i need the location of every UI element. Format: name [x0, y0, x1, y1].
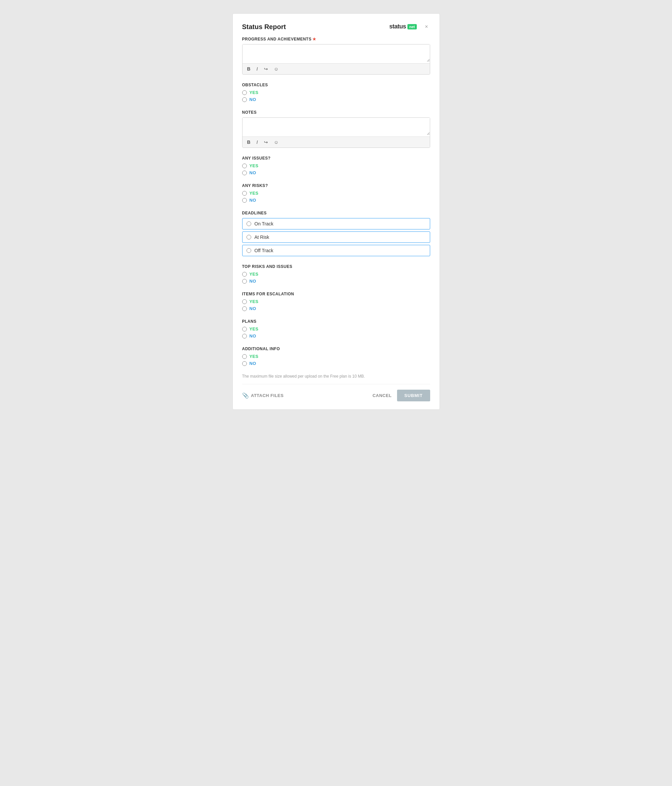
additional-info-no-radio[interactable] — [242, 361, 247, 366]
modal-header: Status Report status net × — [242, 23, 430, 31]
top-risks-no-text: NO — [250, 278, 256, 284]
obstacles-no-text: NO — [250, 97, 256, 102]
any-risks-no-radio[interactable] — [242, 198, 247, 203]
any-issues-yes-label[interactable]: YES — [242, 163, 430, 168]
attach-label: ATTACH FILES — [251, 393, 284, 398]
any-issues-yes-radio[interactable] — [242, 163, 247, 168]
deadline-off-track-radio[interactable] — [247, 248, 251, 253]
progress-emoji-btn[interactable]: ☺ — [272, 66, 280, 72]
escalation-yes-label[interactable]: YES — [242, 299, 430, 304]
modal-title: Status Report — [242, 23, 286, 31]
top-risks-no-radio[interactable] — [242, 279, 247, 284]
deadline-at-risk-label[interactable]: At Risk — [242, 231, 430, 243]
plans-radio-group: YES NO — [242, 327, 430, 338]
deadline-off-track-label[interactable]: Off Track — [242, 245, 430, 256]
progress-link-btn[interactable]: ↪ — [263, 66, 269, 72]
modal-title-block: Status Report — [242, 23, 286, 31]
progress-textarea[interactable] — [242, 44, 430, 62]
escalation-label: ITEMS FOR ESCALATION — [242, 292, 430, 296]
plans-label: PLANS — [242, 319, 430, 324]
additional-info-yes-radio[interactable] — [242, 354, 247, 359]
additional-info-radio-group: YES NO — [242, 354, 430, 366]
escalation-no-radio[interactable] — [242, 307, 247, 311]
any-issues-no-label[interactable]: NO — [242, 170, 430, 175]
obstacles-no-label[interactable]: NO — [242, 97, 430, 102]
notes-rich-text: B I ↪ ☺ — [242, 117, 430, 148]
obstacles-section: OBSTACLES YES NO — [242, 83, 430, 102]
top-risks-no-label[interactable]: NO — [242, 278, 430, 284]
plans-no-radio[interactable] — [242, 334, 247, 338]
escalation-yes-radio[interactable] — [242, 299, 247, 304]
any-risks-yes-label[interactable]: YES — [242, 191, 430, 196]
progress-italic-btn[interactable]: I — [255, 66, 259, 72]
deadline-on-track-label[interactable]: On Track — [242, 218, 430, 230]
any-risks-yes-text: YES — [250, 191, 258, 196]
additional-info-yes-label[interactable]: YES — [242, 354, 430, 359]
any-issues-no-text: NO — [250, 170, 256, 175]
notes-emoji-btn[interactable]: ☺ — [272, 139, 280, 146]
additional-info-no-text: NO — [250, 361, 256, 366]
obstacles-yes-text: YES — [250, 90, 258, 95]
notes-textarea[interactable] — [242, 118, 430, 135]
close-button[interactable]: × — [423, 24, 430, 30]
additional-info-no-label[interactable]: NO — [242, 361, 430, 366]
deadline-at-risk-text: At Risk — [255, 234, 269, 240]
file-size-info: The maximum file size allowed per upload… — [242, 374, 430, 379]
submit-button[interactable]: SUBMIT — [397, 390, 430, 401]
notes-bold-btn[interactable]: B — [246, 139, 252, 146]
status-report-modal: Status Report status net × PROGRESS AND … — [233, 13, 440, 410]
deadline-off-track-text: Off Track — [255, 248, 274, 253]
progress-section: PROGRESS AND ACHIEVEMENTS★ B I ↪ ☺ — [242, 37, 430, 75]
obstacles-yes-label[interactable]: YES — [242, 90, 430, 95]
escalation-no-label[interactable]: NO — [242, 306, 430, 311]
obstacles-radio-group: YES NO — [242, 90, 430, 102]
escalation-yes-text: YES — [250, 299, 258, 304]
attach-files-button[interactable]: 📎 ATTACH FILES — [242, 392, 284, 399]
obstacles-no-radio[interactable] — [242, 97, 247, 102]
escalation-section: ITEMS FOR ESCALATION YES NO — [242, 292, 430, 311]
notes-italic-btn[interactable]: I — [255, 139, 259, 146]
top-risks-section: TOP RISKS AND ISSUES YES NO — [242, 264, 430, 284]
progress-rich-text: B I ↪ ☺ — [242, 44, 430, 75]
footer-action-buttons: CANCEL SUBMIT — [373, 390, 430, 401]
deadlines-label: DEADLINES — [242, 211, 430, 215]
top-risks-radio-group: YES NO — [242, 272, 430, 284]
top-risks-yes-label[interactable]: YES — [242, 272, 430, 277]
top-risks-yes-radio[interactable] — [242, 272, 247, 277]
deadline-on-track-text: On Track — [255, 221, 274, 226]
deadline-on-track-radio[interactable] — [247, 222, 251, 226]
plans-no-text: NO — [250, 333, 256, 338]
deadlines-section: DEADLINES On Track At Risk Off Track — [242, 211, 430, 256]
plans-yes-text: YES — [250, 327, 258, 332]
any-risks-section: ANY RISKS? YES NO — [242, 183, 430, 203]
any-risks-yes-radio[interactable] — [242, 191, 247, 196]
any-risks-label: ANY RISKS? — [242, 183, 430, 188]
notes-link-btn[interactable]: ↪ — [263, 139, 269, 146]
obstacles-yes-radio[interactable] — [242, 90, 247, 95]
any-risks-no-label[interactable]: NO — [242, 198, 430, 203]
progress-toolbar: B I ↪ ☺ — [242, 63, 430, 74]
top-risks-yes-text: YES — [250, 272, 258, 277]
any-issues-no-radio[interactable] — [242, 171, 247, 175]
progress-bold-btn[interactable]: B — [246, 66, 252, 72]
brand-text: status — [389, 23, 406, 30]
paperclip-icon: 📎 — [242, 392, 249, 399]
plans-no-label[interactable]: NO — [242, 333, 430, 338]
cancel-button[interactable]: CANCEL — [373, 393, 392, 398]
deadline-at-risk-radio[interactable] — [247, 235, 251, 239]
obstacles-label: OBSTACLES — [242, 83, 430, 87]
escalation-radio-group: YES NO — [242, 299, 430, 311]
plans-yes-label[interactable]: YES — [242, 327, 430, 332]
notes-label: NOTES — [242, 110, 430, 115]
notes-section: NOTES B I ↪ ☺ — [242, 110, 430, 148]
any-issues-label: ANY ISSUES? — [242, 156, 430, 160]
modal-footer: 📎 ATTACH FILES CANCEL SUBMIT — [242, 384, 430, 401]
plans-yes-radio[interactable] — [242, 327, 247, 332]
additional-info-section: ADDITIONAL INFO YES NO — [242, 346, 430, 366]
top-risks-label: TOP RISKS AND ISSUES — [242, 264, 430, 269]
escalation-no-text: NO — [250, 306, 256, 311]
plans-section: PLANS YES NO — [242, 319, 430, 338]
brand-badge: net — [408, 24, 417, 30]
any-risks-no-text: NO — [250, 198, 256, 203]
header-right: status net × — [389, 23, 430, 30]
